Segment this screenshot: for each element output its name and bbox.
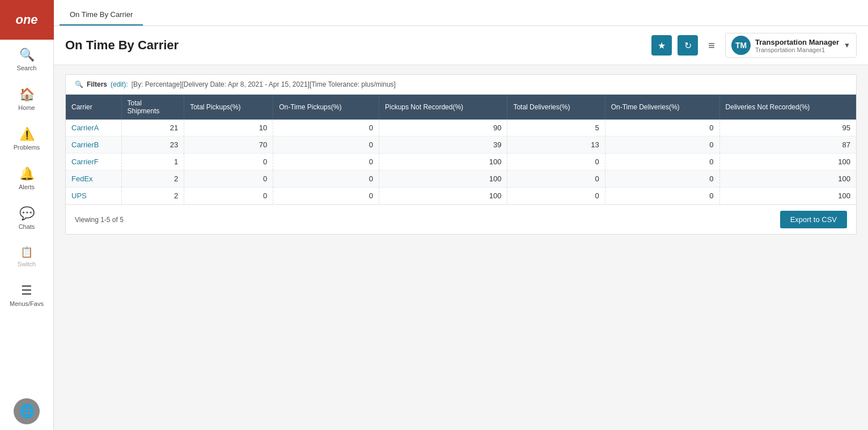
sidebar-item-search[interactable]: 🔍 Search — [0, 40, 53, 79]
pickups-not-recorded-cell: 100 — [379, 188, 507, 205]
tab-on-time-by-carrier[interactable]: On Time By Carrier — [60, 5, 143, 25]
col-pickups-not-recorded: Pickups Not Recorded(%) — [379, 95, 507, 120]
favorite-button[interactable]: ★ — [651, 35, 672, 56]
sidebar-item-alerts[interactable]: 🔔 Alerts — [0, 159, 53, 198]
deliveries-not-recorded-cell: 87 — [719, 137, 856, 154]
total-shipments-cell: 1 — [121, 154, 184, 171]
refresh-button[interactable]: ↻ — [678, 35, 698, 56]
user-name: Transportation Manager — [755, 38, 839, 46]
total-deliveries-cell: 13 — [507, 137, 605, 154]
page-header: On Time By Carrier ★ ↻ ≡ TM Transportati… — [54, 26, 868, 65]
pickups-not-recorded-cell: 100 — [379, 171, 507, 188]
user-role: Transportation Manager1 — [755, 46, 839, 53]
total-shipments-cell: 2 — [121, 171, 184, 188]
sidebar-label-menus: Menus/Favs — [10, 300, 44, 307]
ontime-deliveries-cell: 0 — [605, 154, 719, 171]
col-ontime-deliveries: On-Time Deliveries(%) — [605, 95, 719, 120]
user-badge[interactable]: TM Transportation Manager Transportation… — [725, 33, 857, 58]
report-table: Carrier TotalShipments Total Pickups(%) … — [66, 95, 856, 205]
search-icon: 🔍 — [19, 48, 35, 62]
tab-bar: On Time By Carrier — [54, 0, 868, 26]
sidebar-item-switch[interactable]: 📋 Switch — [0, 238, 53, 275]
total-deliveries-cell: 5 — [507, 120, 605, 137]
carrier-cell[interactable]: FedEx — [66, 171, 121, 188]
deliveries-not-recorded-cell: 95 — [719, 120, 856, 137]
sidebar-label-problems: Problems — [14, 144, 40, 151]
total-shipments-cell: 2 — [121, 188, 184, 205]
sidebar-label-chats: Chats — [19, 223, 35, 230]
total-pickups-cell: 70 — [184, 137, 273, 154]
total-deliveries-cell: 0 — [507, 154, 605, 171]
ontime-pickups-cell: 0 — [273, 120, 379, 137]
star-icon: ★ — [658, 40, 666, 51]
user-initials: TM — [731, 36, 751, 55]
table-row: CarrierF 1 0 0 100 0 0 100 — [66, 154, 856, 171]
filters-label: Filters — [87, 80, 107, 88]
menu-icon: ☰ — [21, 283, 32, 298]
viewing-text: Viewing 1-5 of 5 — [75, 216, 124, 224]
sidebar-label-alerts: Alerts — [19, 184, 35, 190]
chat-icon: 💬 — [19, 206, 35, 221]
sidebar-label-search: Search — [17, 65, 37, 71]
app-logo[interactable]: one — [0, 0, 54, 40]
total-pickups-cell: 0 — [184, 188, 273, 205]
pickups-not-recorded-cell: 100 — [379, 154, 507, 171]
user-avatar[interactable]: 🌐 — [14, 398, 40, 424]
filter-icon: 🔍 — [75, 80, 83, 88]
deliveries-not-recorded-cell: 100 — [719, 154, 856, 171]
export-csv-button[interactable]: Export to CSV — [780, 211, 847, 228]
home-icon: 🏠 — [19, 87, 35, 102]
sidebar-item-menus[interactable]: ☰ Menus/Favs — [0, 275, 53, 315]
table-row: UPS 2 0 0 100 0 0 100 — [66, 188, 856, 205]
logo-text: one — [15, 12, 37, 27]
col-deliveries-not-recorded: Deliveries Not Recorded(%) — [719, 95, 856, 120]
table-row: CarrierB 23 70 0 39 13 0 87 — [66, 137, 856, 154]
page-title: On Time By Carrier — [65, 38, 651, 53]
report-card: 🔍 Filters (edit): [By: Percentage][Deliv… — [65, 74, 857, 235]
ontime-pickups-cell: 0 — [273, 137, 379, 154]
table-row: CarrierA 21 10 0 90 5 0 95 — [66, 120, 856, 137]
sidebar-label-switch: Switch — [18, 261, 36, 267]
chevron-down-icon: ▼ — [844, 41, 850, 49]
sidebar-item-home[interactable]: 🏠 Home — [0, 79, 53, 119]
ontime-pickups-cell: 0 — [273, 154, 379, 171]
total-pickups-cell: 0 — [184, 154, 273, 171]
ontime-deliveries-cell: 0 — [605, 120, 719, 137]
ontime-deliveries-cell: 0 — [605, 171, 719, 188]
sidebar-item-chats[interactable]: 💬 Chats — [0, 198, 53, 238]
col-carrier: Carrier — [66, 95, 121, 120]
col-total-deliveries: Total Deliveries(%) — [507, 95, 605, 120]
total-pickups-cell: 0 — [184, 171, 273, 188]
content-area: 🔍 Filters (edit): [By: Percentage][Deliv… — [54, 65, 868, 430]
total-shipments-cell: 23 — [121, 137, 184, 154]
total-deliveries-cell: 0 — [507, 171, 605, 188]
col-total-shipments: TotalShipments — [121, 95, 184, 120]
total-deliveries-cell: 0 — [507, 188, 605, 205]
hamburger-button[interactable]: ≡ — [704, 37, 719, 54]
header-actions: ★ ↻ ≡ TM Transportation Manager Transpor… — [651, 33, 857, 58]
carrier-cell[interactable]: CarrierF — [66, 154, 121, 171]
warning-icon: ⚠️ — [19, 127, 35, 142]
bell-icon: 🔔 — [19, 167, 35, 181]
col-ontime-pickups: On-Time Pickups(%) — [273, 95, 379, 120]
deliveries-not-recorded-cell: 100 — [719, 171, 856, 188]
carrier-cell[interactable]: UPS — [66, 188, 121, 205]
total-shipments-cell: 21 — [121, 120, 184, 137]
ontime-pickups-cell: 0 — [273, 188, 379, 205]
filters-edit-link[interactable]: (edit): — [111, 80, 128, 88]
sidebar-item-problems[interactable]: ⚠️ Problems — [0, 119, 53, 159]
carrier-cell[interactable]: CarrierB — [66, 137, 121, 154]
user-info: Transportation Manager Transportation Ma… — [755, 38, 839, 53]
ontime-pickups-cell: 0 — [273, 171, 379, 188]
col-total-pickups: Total Pickups(%) — [184, 95, 273, 120]
deliveries-not-recorded-cell: 100 — [719, 188, 856, 205]
report-footer: Viewing 1-5 of 5 Export to CSV — [66, 205, 856, 234]
hamburger-icon: ≡ — [708, 39, 715, 52]
filters-text: [By: Percentage][Delivery Date: Apr 8, 2… — [132, 80, 396, 88]
sidebar-label-home: Home — [18, 104, 35, 111]
ontime-deliveries-cell: 0 — [605, 137, 719, 154]
pickups-not-recorded-cell: 39 — [379, 137, 507, 154]
main-content: On Time By Carrier On Time By Carrier ★ … — [54, 0, 868, 430]
table-header-row: Carrier TotalShipments Total Pickups(%) … — [66, 95, 856, 120]
carrier-cell[interactable]: CarrierA — [66, 120, 121, 137]
